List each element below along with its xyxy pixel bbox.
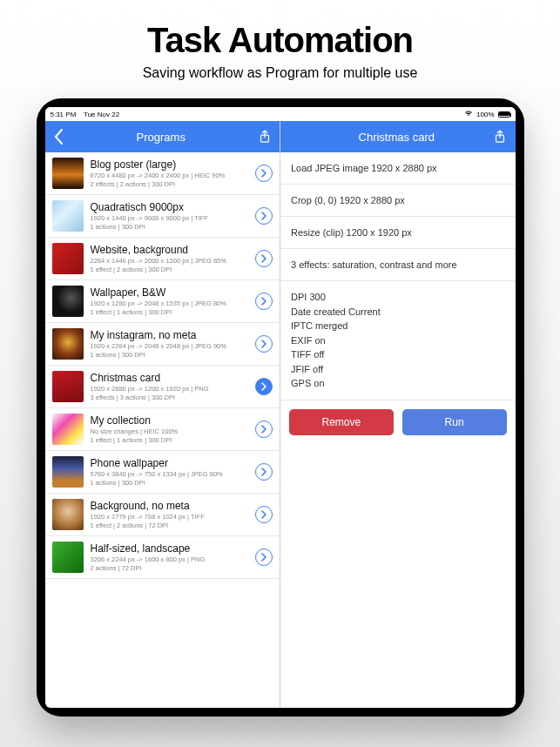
detail-step: Load JPEG image 1920 x 2880 px — [280, 152, 516, 185]
disclosure-button[interactable] — [255, 378, 273, 395]
disclosure-button[interactable] — [255, 506, 273, 523]
left-navbar: Programs — [45, 121, 280, 152]
status-date: Tue Nov 22 — [84, 111, 119, 118]
detail-meta-line: JFIF off — [291, 362, 505, 377]
program-list[interactable]: Blog poster (large)6720 x 4480 px -> 240… — [45, 152, 280, 708]
list-item-title: Phone wallpaper — [91, 457, 249, 469]
left-title: Programs — [137, 131, 186, 144]
list-item-text: Phone wallpaper5760 x 3840 px -> 750 x 1… — [91, 457, 249, 487]
disclosure-button[interactable] — [255, 548, 273, 566]
disclosure-button[interactable] — [255, 293, 273, 310]
thumbnail — [52, 286, 84, 317]
detail-step: 3 effects: saturation, contrast and more — [280, 249, 516, 281]
list-item[interactable]: Wallpaper, B&W1920 x 1280 px -> 2048 x 1… — [45, 280, 280, 323]
status-time: 5:31 PM — [51, 111, 77, 118]
detail-meta-line: IPTC merged — [291, 319, 505, 333]
thumbnail — [52, 542, 84, 573]
list-item[interactable]: Background, no meta1920 x 1779 px -> 768… — [45, 494, 280, 536]
thumbnail — [52, 456, 84, 488]
list-item-text: Quadratisch 9000px1920 x 1440 px -> 9000… — [91, 201, 249, 231]
right-navbar: Christmas card — [280, 121, 516, 152]
list-item-meta: 1920 x 1280 px -> 2048 x 1535 px | JPEG … — [91, 299, 249, 316]
list-item-text: Blog poster (large)6720 x 4480 px -> 240… — [91, 158, 249, 188]
right-title: Christmas card — [359, 131, 435, 144]
list-item-text: Christmas card1920 x 2880 px -> 1200 x 1… — [91, 372, 249, 401]
battery-pct: 100% — [476, 111, 494, 118]
list-item-title: Half-sized, landscape — [91, 542, 249, 555]
detail-step: Crop (0, 0) 1920 x 2880 px — [280, 185, 516, 217]
detail-meta-line: EXIF on — [291, 333, 505, 348]
list-item-meta: 2284 x 1446 px -> 2000 x 1200 px | JPEG … — [91, 257, 249, 273]
disclosure-button[interactable] — [255, 421, 273, 438]
list-item-title: Christmas card — [91, 372, 249, 384]
list-item-meta: 1920 x 1440 px -> 9000 x 9000 px | TIFF1… — [91, 214, 249, 231]
list-item[interactable]: Phone wallpaper5760 x 3840 px -> 750 x 1… — [45, 451, 280, 494]
list-item-title: My collection — [91, 414, 249, 427]
list-item-meta: 6720 x 4480 px -> 2400 x 2400 px | HEIC … — [91, 172, 249, 188]
list-item-title: Blog poster (large) — [91, 158, 249, 171]
list-item[interactable]: Blog poster (large)6720 x 4480 px -> 240… — [45, 152, 280, 195]
list-item[interactable]: My collectionNo size changes | HEIC 100%… — [45, 408, 280, 451]
programs-pane: Programs Blog poster (large)6720 x 4480 … — [45, 121, 281, 708]
run-button[interactable]: Run — [402, 409, 507, 435]
list-item-text: Background, no meta1920 x 1779 px -> 768… — [91, 500, 249, 529]
wifi-icon — [464, 110, 473, 118]
disclosure-button[interactable] — [255, 250, 273, 267]
list-item-meta: 1920 x 1779 px -> 768 x 1024 px | TIFF1 … — [91, 513, 249, 529]
list-item-meta: 5760 x 3840 px -> 750 x 1334 px | JPEG 8… — [91, 470, 249, 487]
list-item[interactable]: My instagram, no meta1920 x 2264 px -> 2… — [45, 323, 280, 366]
detail-meta-line: TIFF off — [291, 347, 505, 362]
detail-step: Resize (clip) 1200 x 1920 px — [280, 217, 516, 249]
list-item-title: Background, no meta — [91, 500, 249, 512]
list-item-meta: 1920 x 2264 px -> 2048 x 2048 px | JPEG … — [91, 342, 249, 359]
list-item-title: Website, background — [91, 244, 249, 256]
status-bar: 5:31 PM Tue Nov 22 100% — [45, 107, 516, 121]
marketing-subtitle: Saving workflow as Program for multiple … — [0, 65, 560, 81]
marketing-title: Task Automation — [0, 21, 560, 60]
list-item-text: My instagram, no meta1920 x 2264 px -> 2… — [91, 329, 249, 359]
disclosure-button[interactable] — [255, 165, 273, 182]
list-item-text: Website, background2284 x 1446 px -> 200… — [91, 244, 249, 273]
disclosure-button[interactable] — [255, 335, 273, 353]
list-item-meta: 3206 x 2244 px -> 1600 x 800 px | PNG2 a… — [91, 555, 249, 572]
remove-button[interactable]: Remove — [289, 409, 394, 435]
list-item-title: Quadratisch 9000px — [91, 201, 249, 213]
list-item[interactable]: Quadratisch 9000px1920 x 1440 px -> 9000… — [45, 195, 280, 238]
detail-meta-line: GPS on — [291, 376, 505, 391]
screen: 5:31 PM Tue Nov 22 100% Programs — [45, 107, 516, 708]
thumbnail — [52, 158, 84, 189]
thumbnail — [52, 328, 84, 360]
thumbnail — [52, 414, 84, 445]
detail-meta: DPI 300Date created CurrentIPTC mergedEX… — [280, 281, 516, 400]
thumbnail — [52, 499, 84, 530]
disclosure-button[interactable] — [255, 463, 273, 481]
share-button[interactable] — [259, 130, 271, 144]
list-item-text: Wallpaper, B&W1920 x 1280 px -> 2048 x 1… — [91, 286, 249, 316]
detail-meta-line: Date created Current — [291, 305, 505, 320]
thumbnail — [52, 371, 84, 402]
detail-pane: Christmas card Load JPEG image 1920 x 28… — [280, 121, 516, 708]
list-item[interactable]: Half-sized, landscape3206 x 2244 px -> 1… — [45, 536, 280, 579]
disclosure-button[interactable] — [255, 207, 273, 225]
list-item-title: My instagram, no meta — [91, 329, 249, 341]
list-item-text: Half-sized, landscape3206 x 2244 px -> 1… — [91, 542, 249, 572]
share-button[interactable] — [494, 130, 506, 144]
list-item-title: Wallpaper, B&W — [91, 286, 249, 299]
list-item[interactable]: Website, background2284 x 1446 px -> 200… — [45, 238, 280, 280]
battery-icon — [498, 111, 510, 118]
list-item-meta: No size changes | HEIC 100%1 effect | 1 … — [91, 427, 249, 444]
thumbnail — [52, 243, 84, 274]
list-item[interactable]: Christmas card1920 x 2880 px -> 1200 x 1… — [45, 366, 280, 408]
tablet-frame: 5:31 PM Tue Nov 22 100% Programs — [37, 98, 524, 717]
detail-content: Load JPEG image 1920 x 2880 pxCrop (0, 0… — [280, 152, 516, 708]
list-item-text: My collectionNo size changes | HEIC 100%… — [91, 414, 249, 444]
list-item-meta: 1920 x 2880 px -> 1200 x 1920 px | PNG3 … — [91, 385, 249, 401]
thumbnail — [52, 200, 84, 232]
detail-meta-line: DPI 300 — [291, 290, 505, 305]
back-button[interactable] — [54, 129, 64, 145]
